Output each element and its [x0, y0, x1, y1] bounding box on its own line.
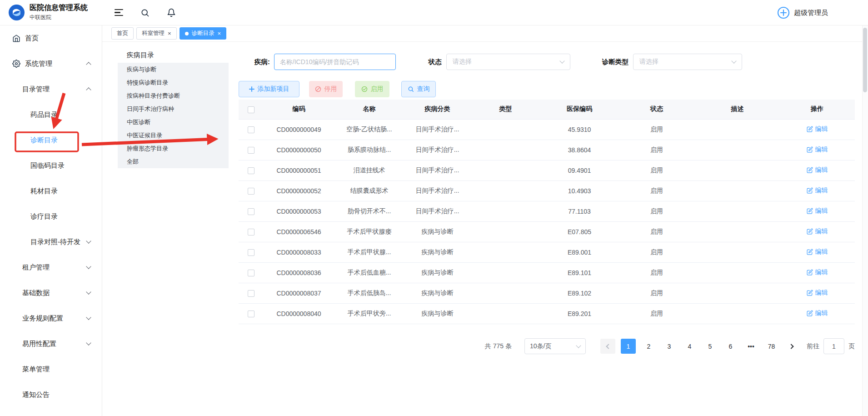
row-checkbox[interactable] [248, 147, 254, 154]
catalog-item[interactable]: 特慢病诊断目录 [118, 76, 229, 89]
column-header: 疾病分类 [404, 100, 470, 119]
row-checkbox[interactable] [248, 126, 254, 133]
cell-description [695, 221, 779, 242]
row-checkbox[interactable] [248, 249, 254, 256]
add-item-button[interactable]: 添加新项目 [239, 81, 299, 97]
page-button[interactable]: ••• [743, 339, 758, 354]
edit-button[interactable]: 编辑 [807, 166, 828, 174]
enable-button[interactable]: 启用 [355, 81, 389, 97]
edit-icon [807, 208, 813, 214]
top-bar-icons [113, 7, 177, 18]
catalog-item[interactable]: 中医诊断 [118, 115, 229, 129]
hamburger-icon[interactable] [113, 7, 124, 18]
diagnosis-type-select[interactable]: 请选择 [633, 54, 742, 70]
catalog-item[interactable]: 日间手术治疗病种 [118, 102, 229, 115]
catalog-item[interactable]: 按病种目录付费诊断 [118, 89, 229, 102]
cell-name: 手术后甲状腺瘘 [334, 221, 404, 242]
sidebar-item-catalog-mgmt[interactable]: 目录管理 [0, 76, 102, 102]
disable-label: 停用 [324, 85, 337, 93]
cell-disease-category: 日间手术治疗... [404, 180, 470, 201]
page-button[interactable]: 5 [703, 339, 718, 354]
page-size-select[interactable]: 10条/页 [524, 338, 586, 354]
edit-button[interactable]: 编辑 [807, 125, 828, 133]
tab-home[interactable]: 首页 [111, 27, 134, 40]
sidebar-item-tenant-mgmt[interactable]: 租户管理 [0, 255, 102, 280]
chevron-up-icon [86, 87, 91, 92]
page-button[interactable]: 1 [621, 339, 636, 354]
page-button[interactable]: 4 [682, 339, 697, 354]
page-button[interactable]: 78 [764, 339, 779, 354]
sidebar-item-system-mgmt[interactable]: 系统管理 [0, 51, 102, 76]
row-checkbox[interactable] [248, 167, 254, 174]
page-button[interactable]: 3 [662, 339, 677, 354]
cell-description [695, 262, 779, 283]
bell-icon[interactable] [166, 7, 177, 18]
search-icon[interactable] [140, 7, 150, 18]
sidebar-item-usability-config[interactable]: 易用性配置 [0, 331, 102, 356]
page-button[interactable]: 6 [723, 339, 738, 354]
table-row: CD0000008033 手术后甲状腺... 疾病与诊断 E89.001 启用 … [239, 242, 855, 262]
row-checkbox-cell [239, 119, 264, 140]
sidebar-item-catalog-compare[interactable]: 目录对照-待开发 [0, 229, 102, 255]
sidebar-item-menu-mgmt[interactable]: 菜单管理 [0, 356, 102, 382]
table-row: CD0000008040 手术后甲状旁... 疾病与诊断 E89.201 启用 … [239, 303, 855, 324]
sidebar-item-basic-data[interactable]: 基础数据 [0, 280, 102, 306]
edit-label: 编辑 [815, 268, 828, 276]
tab-department-mgmt[interactable]: 科室管理 [136, 27, 177, 40]
sidebar-item-drug-catalog[interactable]: 药品目录 [0, 102, 102, 127]
status-select[interactable]: 请选择 [446, 54, 570, 70]
sidebar-item-label: 耗材目录 [30, 187, 58, 195]
sidebar-item-business-rules[interactable]: 业务规则配置 [0, 306, 102, 331]
sidebar-item-guolin-code-catalog[interactable]: 国临码目录 [0, 153, 102, 178]
goto-suffix: 页 [848, 342, 855, 351]
user-menu[interactable]: 超级管理员 [777, 0, 828, 25]
sidebar-item-diagnosis-catalog[interactable]: 诊断目录 [0, 127, 102, 153]
catalog-item[interactable]: 肿瘤形态学目录 [118, 142, 229, 155]
cell-description [695, 283, 779, 303]
edit-button[interactable]: 编辑 [807, 145, 828, 154]
page-button[interactable]: 2 [641, 339, 656, 354]
catalog-item[interactable]: 疾病与诊断 [118, 63, 229, 76]
catalog-item[interactable]: 中医证候目录 [118, 129, 229, 142]
goto-page: 前往 页 [807, 338, 855, 354]
edit-button[interactable]: 编辑 [807, 268, 828, 276]
cell-type [470, 242, 541, 262]
edit-button[interactable]: 编辑 [807, 289, 828, 297]
next-page-button[interactable] [784, 339, 799, 354]
disease-search-input[interactable] [274, 54, 396, 70]
edit-button[interactable]: 编辑 [807, 207, 828, 215]
edit-button[interactable]: 编辑 [807, 227, 828, 236]
sidebar-item-label: 首页 [25, 34, 39, 43]
cell-action: 编辑 [779, 140, 855, 160]
sidebar-item-consumables-catalog[interactable]: 耗材目录 [0, 178, 102, 204]
sidebar-item-notice[interactable]: 通知公告 [0, 382, 102, 407]
row-checkbox[interactable] [248, 270, 254, 276]
row-checkbox[interactable] [248, 229, 254, 236]
goto-page-input[interactable] [823, 338, 844, 354]
column-header: 名称 [334, 100, 404, 119]
disable-button[interactable]: 停用 [309, 81, 343, 97]
cell-code: CD0000008040 [264, 303, 334, 324]
close-icon[interactable] [168, 30, 171, 36]
edit-button[interactable]: 编辑 [807, 309, 828, 317]
row-checkbox[interactable] [248, 311, 254, 317]
status-filter-label: 状态 [429, 58, 442, 66]
tab-diagnosis-catalog[interactable]: 诊断目录 [180, 27, 227, 40]
edit-button[interactable]: 编辑 [807, 248, 828, 256]
edit-icon [807, 126, 813, 132]
sidebar-item-treatment-catalog[interactable]: 诊疗目录 [0, 204, 102, 229]
close-icon[interactable] [218, 30, 221, 36]
query-button[interactable]: 查询 [401, 81, 436, 97]
sidebar-item-home[interactable]: 首页 [0, 25, 102, 51]
select-all-checkbox[interactable] [248, 106, 254, 113]
vertical-scrollbar-thumb[interactable] [863, 28, 867, 92]
catalog-item[interactable]: 全部 [118, 155, 229, 168]
prev-page-button[interactable] [600, 339, 615, 354]
row-checkbox[interactable] [248, 188, 254, 195]
table-header-row: 编码名称疾病分类类型医保编码状态描述操作 [239, 100, 855, 119]
row-checkbox[interactable] [248, 208, 254, 215]
row-checkbox[interactable] [248, 290, 254, 297]
cell-name: 肋骨切开术不... [334, 201, 404, 221]
plus-icon [249, 86, 254, 92]
edit-button[interactable]: 编辑 [807, 186, 828, 195]
